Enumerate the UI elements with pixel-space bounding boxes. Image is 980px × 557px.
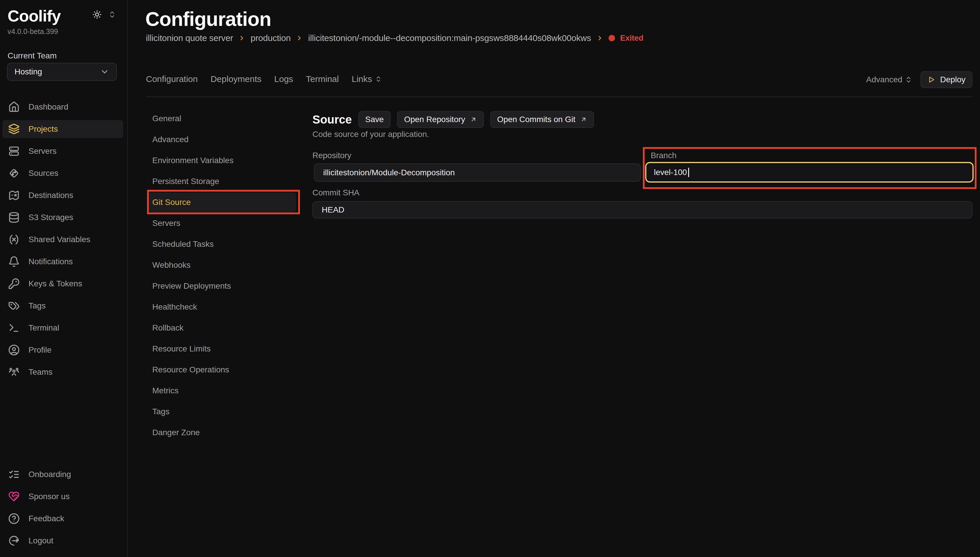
sidebar-item-keys-tokens[interactable]: Keys & Tokens	[2, 273, 123, 295]
config-nav-environment-variables[interactable]: Environment Variables	[146, 150, 299, 171]
team-select[interactable]: Hosting	[7, 63, 117, 81]
bell-icon	[8, 256, 20, 267]
main-content: Configuration illicitonion quote server …	[128, 0, 980, 557]
variable-icon	[8, 234, 20, 245]
save-button[interactable]: Save	[358, 111, 391, 128]
key-icon	[8, 278, 20, 290]
sidebar-item-onboarding[interactable]: Onboarding	[2, 463, 123, 485]
sidebar-item-profile[interactable]: Profile	[2, 339, 123, 361]
sidebar-item-shared-variables[interactable]: Shared Variables	[2, 228, 123, 251]
chevrons-up-down-icon[interactable]	[108, 10, 116, 19]
sidebar-item-terminal[interactable]: Terminal	[2, 317, 123, 339]
config-nav-healthcheck[interactable]: Healthcheck	[146, 296, 299, 318]
chevrons-up-down-icon	[905, 76, 912, 83]
commit-sha-label: Commit SHA	[312, 188, 359, 197]
sidebar: Coolify v4.0.0-beta.399 Current Team Hos…	[0, 0, 128, 557]
team-select-value: Hosting	[15, 67, 42, 77]
breadcrumb-project[interactable]: illicitonion quote server	[146, 33, 233, 43]
tab-links[interactable]: Links	[352, 74, 382, 84]
open-commits-button[interactable]: Open Commits on Git	[490, 111, 594, 128]
sidebar-item-logout[interactable]: Logout	[2, 530, 123, 552]
branch-label: Branch	[651, 151, 676, 160]
config-nav-rollback[interactable]: Rollback	[146, 318, 299, 339]
branch-input[interactable]: level-100	[645, 162, 973, 182]
app-logo[interactable]: Coolify	[8, 7, 61, 25]
layers-icon	[8, 123, 20, 135]
sidebar-item-destinations[interactable]: Destinations	[2, 184, 123, 207]
config-nav-metrics[interactable]: Metrics	[146, 380, 299, 401]
sidebar-item-notifications[interactable]: Notifications	[2, 251, 123, 273]
help-circle-icon	[8, 513, 20, 524]
chevron-down-icon	[100, 67, 109, 77]
sidebar-item-sources[interactable]: Sources	[2, 162, 123, 184]
sidebar-menu: Dashboard Projects Servers Sources Desti…	[2, 96, 123, 383]
tab-divider	[146, 96, 972, 97]
config-nav-resource-limits[interactable]: Resource Limits	[146, 339, 299, 359]
config-nav-preview-deployments[interactable]: Preview Deployments	[146, 275, 299, 296]
map-icon	[8, 189, 20, 201]
config-nav-danger-zone[interactable]: Danger Zone	[146, 422, 299, 443]
repository-input[interactable]: illicitestonion/Module-Decomposition	[314, 163, 641, 182]
tab-terminal[interactable]: Terminal	[306, 74, 339, 84]
app-version: v4.0.0-beta.399	[8, 27, 58, 36]
database-icon	[8, 212, 20, 223]
config-nav-general[interactable]: General	[146, 108, 299, 129]
sidebar-item-sponsor-us[interactable]: Sponsor us	[2, 485, 123, 508]
server-icon	[8, 145, 20, 157]
chevron-right-icon	[238, 34, 245, 42]
sun-icon[interactable]	[93, 10, 102, 19]
repository-label: Repository	[312, 151, 351, 160]
breadcrumb: illicitonion quote server production ill…	[146, 33, 644, 43]
tab-logs[interactable]: Logs	[275, 74, 293, 84]
sidebar-item-dashboard[interactable]: Dashboard	[2, 96, 123, 118]
sidebar-item-teams[interactable]: Teams	[2, 361, 123, 383]
chevron-right-icon	[596, 34, 603, 42]
arrow-up-right-icon	[470, 116, 477, 123]
sidebar-item-tags[interactable]: Tags	[2, 295, 123, 317]
top-actions: Advanced Deploy	[866, 71, 972, 88]
user-circle-icon	[8, 344, 20, 356]
advanced-selector[interactable]: Advanced	[866, 75, 912, 84]
config-nav-webhooks[interactable]: Webhooks	[146, 255, 299, 275]
commit-sha-input[interactable]: HEAD	[312, 201, 972, 218]
deploy-button[interactable]: Deploy	[920, 71, 972, 88]
sidebar-item-servers[interactable]: Servers	[2, 140, 123, 162]
config-nav-resource-operations[interactable]: Resource Operations	[146, 359, 299, 380]
play-icon	[927, 76, 936, 84]
terminal-icon	[8, 322, 20, 334]
page-title: Configuration	[145, 8, 271, 30]
sidebar-item-s3-storages[interactable]: S3 Storages	[2, 207, 123, 228]
heart-handshake-icon	[8, 491, 20, 502]
git-source-icon	[8, 168, 20, 179]
tab-configuration[interactable]: Configuration	[146, 74, 198, 84]
config-nav-scheduled-tasks[interactable]: Scheduled Tasks	[146, 234, 299, 255]
config-nav-tags[interactable]: Tags	[146, 401, 299, 422]
annotation-box-git-source	[147, 190, 300, 214]
sidebar-item-projects[interactable]: Projects	[2, 120, 123, 138]
config-nav: General Advanced Environment Variables P…	[146, 108, 299, 443]
source-heading: Source	[312, 113, 352, 126]
chevrons-up-down-icon	[375, 76, 382, 83]
list-checks-icon	[8, 469, 20, 480]
sidebar-footer-menu: Onboarding Sponsor us Feedback Logout	[2, 463, 123, 552]
status-badge: Exited	[620, 34, 644, 43]
source-header: Source Save Open Repository Open Commits…	[312, 111, 594, 128]
coolify-app: Coolify v4.0.0-beta.399 Current Team Hos…	[0, 0, 980, 557]
home-icon	[8, 101, 20, 113]
users-icon	[8, 366, 20, 378]
config-nav-servers[interactable]: Servers	[146, 213, 299, 234]
status-dot	[609, 35, 615, 41]
config-nav-advanced[interactable]: Advanced	[146, 129, 299, 150]
tab-bar: Configuration Deployments Logs Terminal …	[146, 74, 382, 84]
logout-icon	[8, 535, 20, 547]
breadcrumb-environment[interactable]: production	[250, 33, 291, 43]
config-nav-persistent-storage[interactable]: Persistent Storage	[146, 171, 299, 192]
tab-deployments[interactable]: Deployments	[210, 74, 261, 84]
open-repository-button[interactable]: Open Repository	[397, 111, 484, 128]
sidebar-item-feedback[interactable]: Feedback	[2, 508, 123, 530]
source-description: Code source of your application.	[312, 130, 429, 139]
tags-icon	[8, 300, 20, 312]
text-cursor	[688, 168, 689, 177]
breadcrumb-application[interactable]: illicitestonion/-module--decomposition:m…	[308, 33, 591, 43]
arrow-up-right-icon	[580, 116, 587, 123]
